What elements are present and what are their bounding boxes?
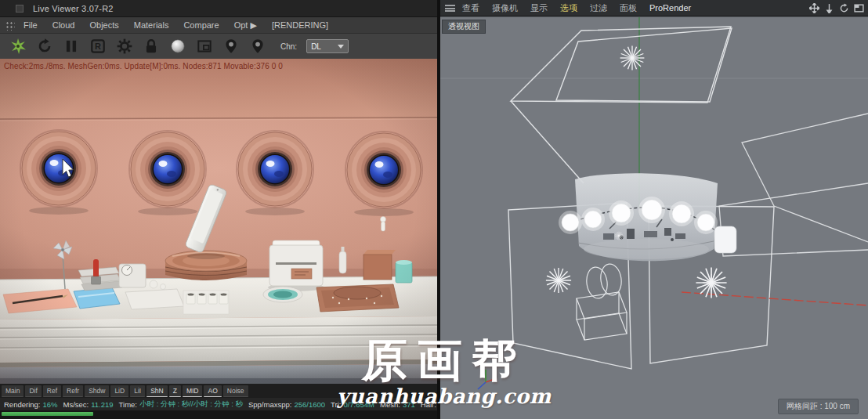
vmenu-view[interactable]: 查看 (462, 2, 479, 14)
axis-gizmo (478, 370, 497, 389)
rendered-scene (0, 59, 437, 384)
light-icon-left (546, 268, 571, 293)
light-icon-small (615, 232, 624, 240)
menubar: File Cloud Objects Materials Compare Opt… (0, 17, 437, 34)
pass-tab-z[interactable]: Z (169, 385, 181, 397)
svg-text:R: R (95, 42, 101, 51)
vmenu-display[interactable]: 显示 (530, 2, 548, 14)
application-window: Live Viewer 3.07-R2 File Cloud Objects M… (0, 0, 868, 419)
c4d-viewport-panel: 查看 摄像机 显示 选项 过滤 面板 ProRender (440, 0, 868, 419)
pass-tab-lii[interactable]: LiI (130, 385, 145, 397)
pick-focus-pin-icon[interactable] (221, 37, 241, 56)
render-statusbar: Rendering:16% Ms/sec:11.219 Time:小时 : 分钟… (0, 398, 437, 410)
cube-light (714, 226, 736, 253)
viewport-scene (440, 17, 868, 419)
octane-logo-icon[interactable] (8, 37, 28, 56)
red-guide-line (682, 292, 868, 305)
viewport-label[interactable]: 透视视图 (442, 20, 486, 34)
region-icon[interactable] (194, 37, 215, 56)
menu-cloud[interactable]: Cloud (52, 20, 75, 30)
restart-icon[interactable]: R (88, 37, 108, 56)
vmenu-filter[interactable]: 过滤 (590, 2, 607, 14)
render-ball-icon[interactable] (168, 37, 188, 56)
channel-value: DL (311, 42, 321, 51)
dock-grip-icon[interactable] (5, 21, 15, 31)
rendering-status-label: [RENDERING] (272, 20, 328, 30)
stat-mssec: Ms/sec:11.219 (63, 400, 114, 409)
grid-spacing-readout: 网格间距 : 100 cm (778, 399, 859, 414)
pause-icon[interactable] (61, 37, 81, 56)
lock-icon[interactable] (141, 37, 161, 56)
wheel-box-wireframe (577, 262, 627, 340)
vmenu-cameras[interactable]: 摄像机 (492, 2, 518, 14)
stat-mesh: Mesh:371 (380, 400, 415, 409)
vmenu-panel[interactable]: 面板 (620, 2, 637, 14)
viewport-menu-icon[interactable] (445, 5, 455, 12)
stat-rendering: Rendering:16% (4, 400, 58, 409)
channel-dropdown[interactable]: DL (306, 39, 349, 53)
menu-compare[interactable]: Compare (183, 20, 219, 30)
zoom-icon[interactable] (823, 2, 834, 13)
render-pass-tabbar: Main Dif Ref Refr Shdw LiD LiI ShN Z MID… (0, 384, 437, 398)
pass-tab-lid[interactable]: LiD (110, 385, 128, 397)
menu-file[interactable]: File (24, 20, 38, 30)
render-progress-fill (2, 412, 93, 416)
stat-time: Time:小时 : 分钟 : 秒//小时 : 分钟 : 秒 (119, 399, 243, 410)
pass-tab-main[interactable]: Main (2, 385, 24, 397)
channel-label: Chn: (280, 42, 297, 51)
menu-materials[interactable]: Materials (134, 20, 169, 30)
window-title: Live Viewer 3.07-R2 (33, 4, 114, 13)
stat-spp: Spp/maxspp:256/1600 (248, 400, 325, 409)
pass-tab-ref[interactable]: Ref (43, 385, 61, 397)
pass-tab-ao[interactable]: AO (204, 385, 221, 397)
light-icon-top (620, 46, 645, 70)
menu-opt[interactable]: Opt ▶ (234, 20, 257, 31)
pick-material-pin-icon[interactable] (248, 37, 268, 56)
refresh-icon[interactable] (34, 37, 55, 56)
viewport-menubar: 查看 摄像机 显示 选项 过滤 面板 ProRender (440, 0, 868, 16)
pass-tab-shn[interactable]: ShN (146, 385, 168, 397)
stat-tri: Tri:0/7.654M (331, 400, 374, 409)
chevron-down-icon (338, 45, 344, 49)
render-view[interactable]: Check:2ms./8ms. MeshGen:0ms. Update[M]:0… (0, 59, 437, 384)
pass-tab-mid[interactable]: MID (183, 385, 203, 397)
perspective-viewport[interactable]: 透视视图 网格间距 : 100 cm (440, 16, 868, 419)
rotate-icon[interactable] (838, 2, 849, 13)
render-progress-track (0, 410, 437, 419)
pass-tab-refr[interactable]: Refr (63, 385, 83, 397)
pass-tab-dif[interactable]: Dif (25, 385, 41, 397)
maximize-icon[interactable] (853, 2, 864, 13)
window-icon (16, 5, 24, 13)
pass-tab-noise[interactable]: Noise (223, 385, 248, 397)
gear-icon[interactable] (114, 37, 135, 56)
menu-objects[interactable]: Objects (89, 20, 118, 30)
vmenu-prorender[interactable]: ProRender (649, 3, 691, 13)
toolbar: R Chn: DL (0, 34, 437, 59)
vmenu-options[interactable]: 选项 (560, 2, 577, 14)
titlebar[interactable]: Live Viewer 3.07-R2 (0, 0, 437, 17)
stat-hair: Hair:0 (421, 400, 437, 409)
live-viewer-panel: Live Viewer 3.07-R2 File Cloud Objects M… (0, 0, 437, 419)
pan-icon[interactable] (808, 2, 819, 13)
light-plane-wireframe (511, 27, 732, 183)
render-stats-overlay: Check:2ms./8ms. MeshGen:0ms. Update[M]:0… (4, 62, 283, 70)
pass-tab-shdw[interactable]: Shdw (85, 385, 109, 397)
